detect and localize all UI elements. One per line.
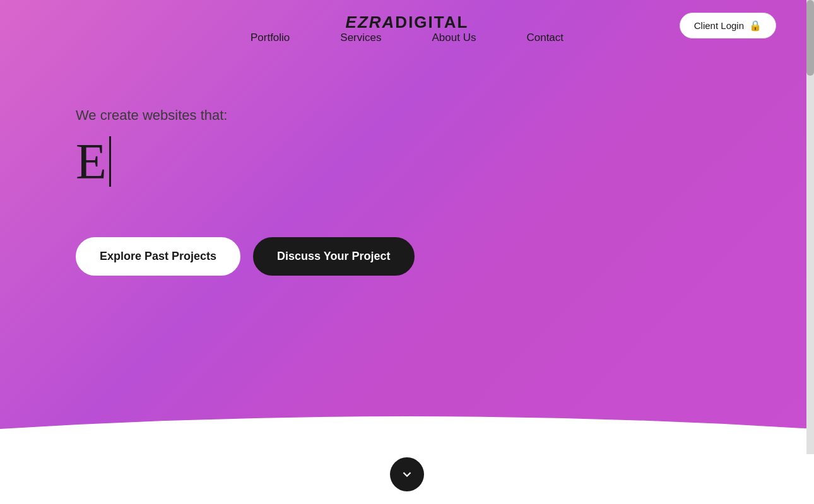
animated-text-display: E [76, 136, 814, 187]
scrollbar-thumb[interactable] [806, 0, 814, 76]
brand-bold: EZRA [346, 13, 396, 32]
hero-curve-wrapper [0, 404, 814, 454]
brand-light: DIGITAL [395, 13, 468, 32]
lock-icon: 🔒 [749, 20, 762, 32]
client-login-button[interactable]: Client Login 🔒 [680, 13, 776, 38]
nav-item-contact[interactable]: Contact [526, 32, 563, 44]
hero-buttons: Explore Past Projects Discuss Your Proje… [76, 237, 814, 276]
nav-item-portfolio[interactable]: Portfolio [251, 32, 290, 44]
brand-name: EZRADIGITAL [346, 13, 469, 32]
hero-curve-svg [0, 404, 814, 454]
bottom-section [0, 454, 814, 504]
animated-char: E [76, 134, 107, 189]
scroll-down-button[interactable] [390, 457, 424, 491]
hero-content: We create websites that: E Explore Past … [0, 57, 814, 276]
logo: EZRADIGITAL [346, 13, 469, 32]
scrollbar[interactable] [806, 0, 814, 454]
nav-item-services[interactable]: Services [340, 32, 381, 44]
hero-subtitle: We create websites that: [76, 107, 814, 124]
hero-section: EZRADIGITAL Client Login 🔒 Portfolio Ser… [0, 0, 814, 454]
chevron-down-icon [400, 467, 414, 481]
text-cursor [109, 136, 111, 187]
explore-projects-button[interactable]: Explore Past Projects [76, 237, 240, 276]
nav-item-about[interactable]: About Us [432, 32, 476, 44]
header: EZRADIGITAL Client Login 🔒 [0, 0, 814, 25]
client-login-label: Client Login [694, 20, 744, 31]
discuss-project-button[interactable]: Discuss Your Project [253, 237, 414, 276]
